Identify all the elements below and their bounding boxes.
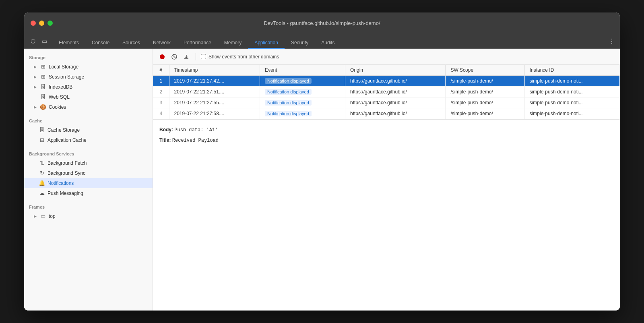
col-sw-scope: SW Scope <box>446 65 524 76</box>
tab-audits[interactable]: Audits <box>315 37 341 49</box>
detail-panel: Body: Push data: 'A1' Title: Received Pa… <box>153 119 620 159</box>
cell-instance-id: simple-push-demo-noti... <box>524 76 619 87</box>
sidebar-item-web-sql[interactable]: ▶ 🗄 Web SQL <box>24 92 153 102</box>
tab-memory[interactable]: Memory <box>218 37 248 49</box>
cell-sw-scope: /simple-push-demo/ <box>446 97 524 108</box>
cell-origin: https://gauntface.github.io/ <box>345 108 445 119</box>
background-fetch-icon: ⇅ <box>39 160 45 166</box>
title-label: Title: <box>159 137 171 143</box>
col-timestamp: Timestamp <box>169 65 260 76</box>
cell-instance-id: simple-push-demo-noti... <box>524 87 619 97</box>
cell-timestamp: 2019-07-22 21:27:51.... <box>169 87 260 97</box>
table-body: 12019-07-22 21:27:42....Notification dis… <box>153 76 620 119</box>
indexeddb-label: IndexedDB <box>49 84 72 90</box>
web-sql-label: Web SQL <box>49 94 70 100</box>
sidebar-item-cache-storage[interactable]: 🗄 Cache Storage <box>24 125 153 135</box>
sidebar-item-push-messaging[interactable]: ☁ Push Messaging <box>24 188 153 198</box>
event-badge: Notification displayed <box>265 89 312 95</box>
notifications-icon: 🔔 <box>39 180 45 186</box>
toolbar-divider <box>196 53 196 60</box>
sidebar-item-session-storage[interactable]: ▶ ⊞ Session Storage <box>24 72 153 82</box>
toolbar: Show events from other domains <box>153 49 620 65</box>
cell-num: 3 <box>153 97 169 108</box>
session-storage-label: Session Storage <box>49 74 84 80</box>
cell-origin: https://gauntface.github.io/ <box>345 87 445 97</box>
session-storage-icon: ⊞ <box>40 74 46 80</box>
sidebar-item-application-cache[interactable]: ⊞ Application Cache <box>24 135 153 145</box>
background-sync-icon: ↻ <box>39 170 45 176</box>
cell-sw-scope: /simple-push-demo/ <box>446 76 524 87</box>
cell-timestamp: 2019-07-22 21:27:42.... <box>169 76 260 87</box>
sidebar-item-background-sync[interactable]: ↻ Background Sync <box>24 168 153 178</box>
table-row[interactable]: 32019-07-22 21:27:55....Notification dis… <box>153 97 620 108</box>
col-num: # <box>153 65 169 76</box>
devtools-left-icons: ⬡ ▭ <box>29 37 49 45</box>
save-button[interactable] <box>182 52 191 61</box>
event-badge: Notification displayed <box>265 100 312 106</box>
sidebar-item-notifications[interactable]: 🔔 Notifications <box>24 178 153 188</box>
clear-button[interactable] <box>170 52 179 61</box>
application-cache-icon: ⊞ <box>39 137 45 143</box>
cache-section-header: Cache <box>24 112 153 125</box>
web-sql-icon: 🗄 <box>40 94 46 100</box>
background-section-header: Background Services <box>24 145 153 158</box>
push-messaging-label: Push Messaging <box>47 190 83 196</box>
tab-network[interactable]: Network <box>147 37 177 49</box>
sidebar-item-local-storage[interactable]: ▶ ⊞ Local Storage <box>24 62 153 72</box>
cell-event: Notification displayed <box>260 108 345 119</box>
tabbar: ⬡ ▭ Elements Console Sources Network Per… <box>24 33 620 49</box>
col-origin: Origin <box>345 65 445 76</box>
detail-title-line: Title: Received Payload <box>159 137 613 145</box>
expand-arrow-icon: ▶ <box>34 105 37 109</box>
body-label: Body: <box>159 127 173 133</box>
table-row[interactable]: 12019-07-22 21:27:42....Notification dis… <box>153 76 620 87</box>
col-instance-id: Instance ID <box>524 65 619 76</box>
storage-section-header: Storage <box>24 49 153 62</box>
cell-timestamp: 2019-07-22 21:27:55.... <box>169 97 260 108</box>
cookies-icon: 🍪 <box>40 104 46 110</box>
show-events-label: Show events from other domains <box>208 54 279 60</box>
tab-elements[interactable]: Elements <box>52 37 85 49</box>
application-cache-label: Application Cache <box>47 137 87 143</box>
frame-icon: ▭ <box>40 213 46 219</box>
minimize-button[interactable] <box>39 21 44 26</box>
close-button[interactable] <box>31 21 36 26</box>
maximize-button[interactable] <box>47 21 53 26</box>
record-button[interactable] <box>158 52 167 61</box>
table-container: # Timestamp Event Origin SW Scope Instan… <box>153 65 620 311</box>
tab-application[interactable]: Application <box>248 37 285 49</box>
titlebar: DevTools - gauntface.github.io/simple-pu… <box>24 12 620 33</box>
top-label: top <box>49 213 56 219</box>
window-controls <box>31 21 53 26</box>
show-events-checkbox-label[interactable]: Show events from other domains <box>201 54 279 60</box>
sidebar-item-top[interactable]: ▶ ▭ top <box>24 211 153 221</box>
tab-performance[interactable]: Performance <box>177 37 218 49</box>
push-messaging-icon: ☁ <box>39 190 45 196</box>
local-storage-icon: ⊞ <box>40 64 46 70</box>
cell-sw-scope: /simple-push-demo/ <box>446 108 524 119</box>
expand-arrow-icon: ▶ <box>34 75 37 79</box>
tab-security[interactable]: Security <box>285 37 315 49</box>
frames-section-header: Frames <box>24 198 153 211</box>
show-events-checkbox[interactable] <box>201 54 206 59</box>
cursor-icon[interactable]: ⬡ <box>29 37 37 45</box>
sidebar-item-indexeddb[interactable]: ▶ 🗄 IndexedDB <box>24 82 153 92</box>
svg-line-2 <box>173 56 175 58</box>
expand-arrow-icon: ▶ <box>34 65 37 69</box>
more-tabs-icon[interactable]: ⋮ <box>609 37 615 45</box>
sidebar-item-cookies[interactable]: ▶ 🍪 Cookies <box>24 102 153 112</box>
event-badge: Notification displayed <box>265 78 312 84</box>
notifications-label: Notifications <box>47 180 74 186</box>
cell-num: 4 <box>153 108 169 119</box>
sidebar: Storage ▶ ⊞ Local Storage ▶ ⊞ Session St… <box>24 49 153 311</box>
tab-console[interactable]: Console <box>85 37 116 49</box>
table-row[interactable]: 42019-07-22 21:27:58....Notification dis… <box>153 108 620 119</box>
table-row[interactable]: 22019-07-22 21:27:51....Notification dis… <box>153 87 620 97</box>
local-storage-label: Local Storage <box>49 64 78 70</box>
cell-origin: https://gauntface.github.io/ <box>345 76 445 87</box>
device-icon[interactable]: ▭ <box>40 37 49 45</box>
table-header-row: # Timestamp Event Origin SW Scope Instan… <box>153 65 620 76</box>
tab-sources[interactable]: Sources <box>116 37 147 49</box>
sidebar-item-background-fetch[interactable]: ⇅ Background Fetch <box>24 158 153 168</box>
background-fetch-label: Background Fetch <box>47 160 87 166</box>
